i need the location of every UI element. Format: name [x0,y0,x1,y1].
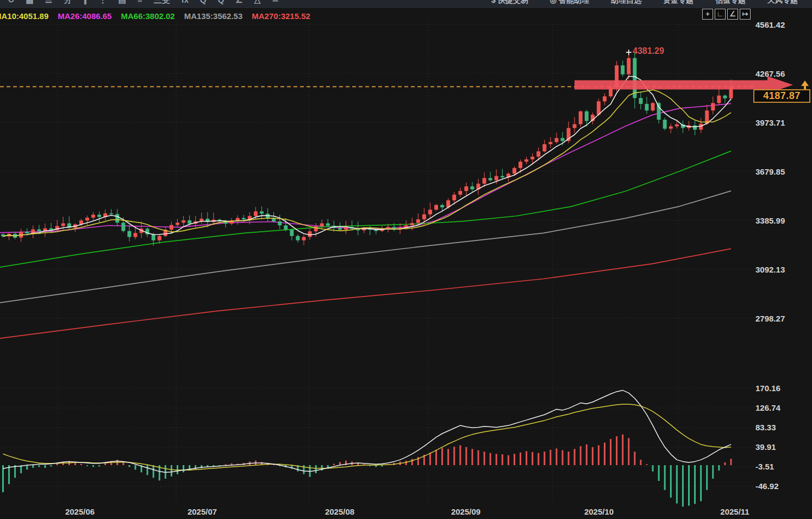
toolbar-menu-label: 快捷交易 [498,0,528,8]
exit-chart-icon[interactable]: ↦ [740,9,751,20]
quick-trade-icon: $ [491,0,496,8]
dif-line [3,390,732,472]
price-tick-label: 4267.56 [755,69,785,78]
toolbar-icon[interactable]: 分 [64,0,72,8]
price-tick-label: 3679.85 [755,167,785,176]
trend-arrow-body [574,81,767,90]
price-tick-label: 3973.71 [755,118,785,127]
toolbar-icon[interactable]: fx [182,0,189,8]
ma-legend-item: MA66:3802.02 [121,11,174,21]
chart-corner-tools: +∟∠↦ [702,9,751,20]
ma-legend-item: MA26:4086.65 [58,11,111,21]
date-tick-label: 2025/11 [720,507,749,516]
toolbar-icon[interactable]: ▦ [26,0,34,8]
last-price-tag: 4187.87 [753,89,810,103]
toolbar-menu-label: 智能助理 [559,0,589,8]
date-tick-label: 2025/07 [188,507,217,516]
short-ma-layer [3,76,732,236]
toolbar-menu-item[interactable]: 资金专题 [663,0,694,8]
toolbar-menu-label: 天风专题 [767,0,798,8]
toolbar-menu-item[interactable]: 估值专题 [715,0,746,8]
toolbar-icon[interactable]: ∥ [83,0,88,8]
indicator-tick-label: 39.91 [755,442,776,452]
high-price-label: 4381.29 [633,46,664,55]
toolbar-menu-label: 估值专题 [715,0,746,8]
ma-legend: MA10:4051.89MA26:4086.65MA66:3802.02MA13… [0,11,310,21]
toolbar-left-icons: ↻▦☰分∥⋮▤≡三受fxQQ∠△≙ [8,0,279,8]
toolbar-icon[interactable]: Q [200,0,207,8]
toolbar-menu-item[interactable]: $快捷交易 [491,0,528,8]
ma-line-ma5 [3,76,732,236]
toolbar-menu-item[interactable]: 天风专题 [767,0,798,8]
date-tick-label: 2025/08 [325,507,354,516]
indicator-tick-label: 83.33 [755,423,776,432]
grid-layer [0,22,753,506]
toolbar-icon[interactable]: ≡ [138,0,142,8]
dea-line [3,404,732,470]
price-tick-label: 4561.42 [755,20,785,29]
price-tick-label: 3092.13 [755,265,785,274]
indicator-tick-label: 170.16 [755,384,780,393]
ma-line-ma10 [3,90,732,236]
toolbar-icon[interactable]: ☰ [45,0,52,8]
top-toolbar: ↻▦☰分∥⋮▤≡三受fxQQ∠△≙ $快捷交易◎智能助理助理自选资金专题估值专题… [0,0,812,9]
indicator-tick-label: -46.92 [755,481,779,491]
pan-tool-icon[interactable]: + [702,9,713,20]
toolbar-icon[interactable]: ▤ [118,0,126,8]
toolbar-icon[interactable]: ≙ [272,0,279,8]
candlestick-chart[interactable]: 4381.294561.424267.563973.713679.853385.… [0,0,812,519]
toolbar-menu-label: 助理自选 [611,0,641,8]
toolbar-icon[interactable]: ⋮ [99,0,107,8]
toolbar-icon[interactable]: △ [254,0,261,8]
axis-price-marker-icon [801,81,809,86]
ma-legend-item: MA10:4051.89 [0,11,48,21]
price-tick-label: 2798.27 [755,314,785,323]
date-tick-label: 2025/06 [65,507,95,516]
toolbar-icon[interactable]: ∠ [235,0,242,8]
assistant-icon: ◎ [550,0,557,8]
indicator-tick-label: 126.74 [755,403,781,412]
toolbar-right-menu: $快捷交易◎智能助理助理自选资金专题估值专题天风专题 [491,0,798,8]
ma-line-ma26 [0,103,731,232]
toolbar-icon[interactable]: 三受 [154,0,170,8]
date-tick-label: 2025/09 [451,507,480,516]
ma-line-ma66 [0,151,731,268]
toolbar-menu-label: 资金专题 [663,0,694,8]
date-axis: 2025/062025/072025/082025/092025/102025/… [65,507,749,516]
date-tick-label: 2025/10 [584,507,614,516]
toolbar-icon[interactable]: ↻ [8,0,15,8]
ma-legend-item: MA270:3215.52 [252,11,310,21]
ma-line-ma135 [0,191,731,302]
scale-axis-left-icon[interactable]: ∟ [715,9,726,20]
toolbar-menu-item[interactable]: ◎智能助理 [550,0,589,8]
indicator-tick-label: -3.51 [755,462,774,471]
toolbar-menu-item[interactable]: 助理自选 [611,0,641,8]
ma-lines-layer [0,103,731,338]
ma-legend-item: MA135:3562.53 [184,11,243,21]
price-tick-label: 3385.99 [755,216,785,225]
ma-line-ma270 [0,249,731,338]
scale-axis-right-icon[interactable]: ∠ [727,9,738,20]
toolbar-icon[interactable]: Q [218,0,224,8]
